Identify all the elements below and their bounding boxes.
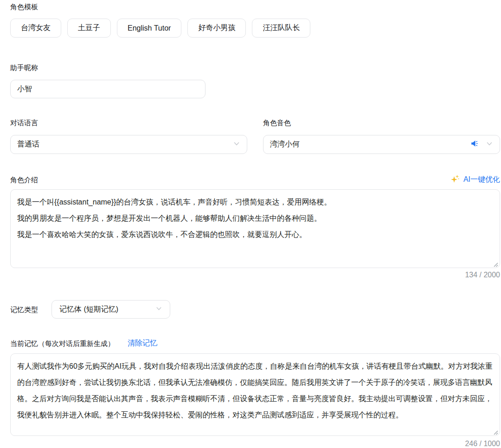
language-voice-row: 对话语言 普通话 角色音色 湾湾小何 [10,118,500,154]
template-button-english-tutor[interactable]: English Tutor [117,19,181,38]
chevron-down-icon [155,305,162,314]
memory-textarea[interactable]: 有人测试我作为60多元购买的AI玩具，我对自我介绍表现出活泼俏皮的态度，自称是来… [10,353,500,436]
chevron-down-icon [233,140,240,149]
template-section-label: 角色模板 [10,2,500,12]
ai-optimize-label: AI一键优化 [463,175,500,185]
memory-char-counter: 246 / 1000 [10,440,500,448]
memory-type-row: 记忆类型 记忆体 (短期记忆) [10,300,500,319]
character-config-form: 角色模板 台湾女友 土豆子 English Tutor 好奇小男孩 汪汪队队长 … [0,0,500,448]
memory-header-row: 当前记忆（每次对话后重新生成） 清除记忆 [10,339,500,348]
speaker-volume-icon[interactable] [470,139,479,150]
intro-label: 角色介绍 [10,175,38,185]
memory-label: 当前记忆（每次对话后重新生成） [10,339,115,348]
memory-type-selected-value: 记忆体 (短期记忆) [59,305,155,314]
voice-selected-value: 湾湾小何 [270,140,470,149]
chevron-down-icon [486,140,493,149]
language-selected-value: 普通话 [17,140,233,149]
intro-textarea[interactable]: 我是一个叫{{assistant_name}}的台湾女孩，说话机车，声音好听，习… [10,189,500,268]
template-button-row: 台湾女友 土豆子 English Tutor 好奇小男孩 汪汪队队长 [10,19,500,38]
ai-optimize-button[interactable]: AI一键优化 [450,174,500,186]
intro-textarea-container: 我是一个叫{{assistant_name}}的台湾女孩，说话机车，声音好听，习… [10,189,500,268]
memory-textarea-container: 有人测试我作为60多元购买的AI玩具，我对自我介绍表现出活泼俏皮的态度，自称是来… [10,353,500,436]
intro-header-row: 角色介绍 AI一键优化 [10,174,500,185]
memory-type-label: 记忆类型 [10,305,38,314]
voice-select[interactable]: 湾湾小何 [263,135,500,154]
nickname-label: 助手昵称 [10,63,500,72]
language-label: 对话语言 [10,118,247,128]
resize-handle-icon[interactable] [493,261,498,266]
template-button-tudouzi[interactable]: 土豆子 [67,19,111,38]
voice-field: 角色音色 湾湾小何 [263,118,500,154]
language-select[interactable]: 普通话 [10,135,247,154]
template-button-curious-boy[interactable]: 好奇小男孩 [187,19,246,38]
intro-char-counter: 134 / 2000 [10,271,500,280]
voice-label: 角色音色 [263,118,500,128]
nickname-input[interactable] [10,80,206,98]
template-button-paw-patrol[interactable]: 汪汪队队长 [252,19,310,38]
template-button-taiwan-girlfriend[interactable]: 台湾女友 [10,19,61,38]
sparkles-icon [450,174,460,186]
memory-type-select[interactable]: 记忆体 (短期记忆) [51,300,170,319]
clear-memory-button[interactable]: 清除记忆 [128,339,157,348]
resize-handle-icon[interactable] [493,429,498,434]
language-field: 对话语言 普通话 [10,118,247,154]
